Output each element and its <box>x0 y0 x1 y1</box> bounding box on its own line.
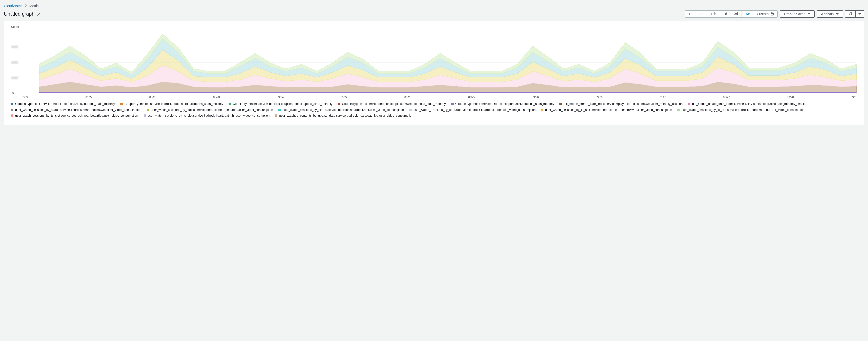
chevron-down-icon <box>859 13 861 15</box>
legend-item[interactable]: user_watch_sessions_by_ts_slot service-b… <box>678 107 805 112</box>
legend-item[interactable]: CouponTypeIndex service-bedrock-coupons.… <box>120 102 223 106</box>
legend-swatch <box>338 103 340 105</box>
legend-swatch <box>11 103 13 105</box>
breadcrumb-root[interactable]: CloudWatch <box>4 4 23 8</box>
legend-label: user_watch_sessions_by_status service-be… <box>283 107 404 112</box>
x-tick: 09/25 <box>404 96 411 99</box>
legend-label: CouponTypeIndex service-bedrock-coupons.… <box>15 102 115 106</box>
time-range-3h[interactable]: 3h <box>696 10 707 18</box>
x-tick: 09/24 <box>341 96 347 99</box>
x-tick: 09/26 <box>596 96 602 99</box>
legend-label: uid_month_create_date_index service-6pla… <box>564 102 683 106</box>
legend-label: user_watch_sessions_by_status service-be… <box>15 107 141 112</box>
chevron-down-icon <box>836 13 839 15</box>
actions-button[interactable]: Actions <box>817 10 843 18</box>
legend-label: user_watch_sessions_by_ts_slot service-b… <box>15 113 138 118</box>
legend-swatch <box>228 103 231 105</box>
x-tick: 09/23 <box>213 96 220 99</box>
legend-item[interactable]: user_watch_sessions_by_status service-be… <box>278 107 404 112</box>
legend-item[interactable]: user_watched_contents_by_update_date ser… <box>275 113 413 118</box>
legend-label: user_watched_contents_by_update_date ser… <box>279 113 413 118</box>
page-title: Untitled graph <box>4 11 34 17</box>
stacked-area-chart <box>8 26 860 99</box>
refresh-split-button <box>845 10 864 18</box>
chevron-down-icon <box>808 13 810 15</box>
legend-label: user_watch_sessions_by_status service-be… <box>413 107 536 112</box>
time-range-1w[interactable]: 1w <box>741 10 753 18</box>
time-range-1d[interactable]: 1d <box>720 10 731 18</box>
metrics-panel: Count 000 000 000 0 09/2209/2209/2309/23… <box>4 21 864 126</box>
x-tick: 09/24 <box>277 96 284 99</box>
legend-item[interactable]: user_watch_sessions_by_ts_slot service-b… <box>541 107 672 112</box>
edit-icon[interactable] <box>36 12 40 16</box>
legend-item[interactable]: CouponTypeIndex service-bedrock-coupons.… <box>11 102 115 106</box>
chart-type-button[interactable]: Stacked area <box>780 10 814 18</box>
x-tick: 09/28 <box>787 96 794 99</box>
x-tick: 09/26 <box>532 96 539 99</box>
legend-label: user_watch_sessions_by_status service-be… <box>151 107 273 112</box>
legend-swatch <box>275 114 278 117</box>
legend-label: uid_month_create_date_index service-6pla… <box>692 102 807 106</box>
chart-type-label: Stacked area <box>784 12 805 16</box>
legend-item[interactable]: CouponTypeIndex service-bedrock-coupons.… <box>228 102 332 106</box>
legend-item[interactable]: uid_month_create_date_index service-6pla… <box>688 102 807 106</box>
legend-label: CouponTypeIndex service-bedrock-coupons.… <box>455 102 554 106</box>
legend-label: CouponTypeIndex service-bedrock-coupons.… <box>342 102 445 106</box>
time-range-custom-label: Custom <box>757 12 769 16</box>
legend-swatch <box>11 109 13 111</box>
x-tick: 09/22 <box>86 96 92 99</box>
legend-item[interactable]: uid_month_create_date_index service-6pla… <box>559 102 683 106</box>
refresh-button[interactable] <box>845 10 855 18</box>
legend-swatch <box>451 103 454 105</box>
legend-item[interactable]: user_watch_sessions_by_ts_slot service-b… <box>11 113 138 118</box>
legend-swatch <box>278 109 281 111</box>
legend-swatch <box>147 109 149 111</box>
legend-swatch <box>11 114 13 117</box>
time-range-selector: 1h 3h 12h 1d 3d 1w Custom <box>685 10 778 18</box>
time-range-custom[interactable]: Custom <box>753 10 777 18</box>
legend-item[interactable]: CouponTypeIndex service-bedrock-coupons.… <box>451 102 554 106</box>
legend-swatch <box>144 114 146 117</box>
breadcrumb: CloudWatch Metrics <box>4 4 864 8</box>
legend-swatch <box>409 109 412 111</box>
legend-label: CouponTypeIndex service-bedrock-coupons.… <box>233 102 332 106</box>
chart-area[interactable]: Count 000 000 000 0 09/2209/2209/2309/23… <box>8 26 860 99</box>
legend-label: CouponTypeIndex service-bedrock-coupons.… <box>124 102 223 106</box>
x-tick: 09/22 <box>22 96 29 99</box>
legend-item[interactable]: CouponTypeIndex service-bedrock-coupons.… <box>338 102 445 106</box>
calendar-icon <box>771 12 774 16</box>
legend-swatch <box>120 103 123 105</box>
x-tick: 09/27 <box>723 96 730 99</box>
x-tick: 09/23 <box>149 96 156 99</box>
legend-swatch <box>541 109 544 111</box>
svg-rect-0 <box>771 13 774 15</box>
legend-swatch <box>678 109 680 111</box>
chart-legend: CouponTypeIndex service-bedrock-coupons.… <box>8 101 860 121</box>
x-axis: 09/2209/2209/2309/2309/2409/2409/2509/25… <box>22 96 858 99</box>
legend-item[interactable]: user_watch_sessions_by_ts_slot service-b… <box>144 113 270 118</box>
legend-item[interactable]: user_watch_sessions_by_status service-be… <box>11 107 141 112</box>
breadcrumb-current: Metrics <box>29 4 40 8</box>
resize-handle[interactable] <box>8 121 860 123</box>
x-tick: 09/28 <box>850 96 858 99</box>
actions-label: Actions <box>821 12 834 16</box>
legend-swatch <box>559 103 562 105</box>
legend-item[interactable]: user_watch_sessions_by_status service-be… <box>147 107 273 112</box>
x-tick: 09/25 <box>468 96 475 99</box>
refresh-dropdown[interactable] <box>855 10 864 18</box>
time-range-3d[interactable]: 3d <box>731 10 742 18</box>
legend-label: user_watch_sessions_by_ts_slot service-b… <box>545 107 672 112</box>
time-range-1h[interactable]: 1h <box>685 10 696 18</box>
legend-swatch <box>688 103 690 105</box>
chevron-right-icon <box>25 4 27 8</box>
x-tick: 09/27 <box>659 96 666 99</box>
legend-label: user_watch_sessions_by_ts_slot service-b… <box>682 107 805 112</box>
legend-item[interactable]: user_watch_sessions_by_status service-be… <box>409 107 536 112</box>
time-range-12h[interactable]: 12h <box>707 10 720 18</box>
legend-label: user_watch_sessions_by_ts_slot service-b… <box>148 113 270 118</box>
